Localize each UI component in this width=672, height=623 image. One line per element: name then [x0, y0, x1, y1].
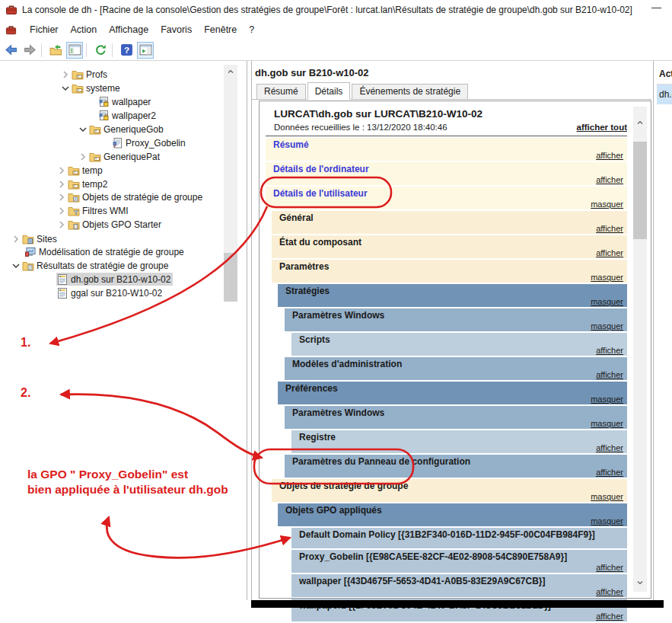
- chevron-right-icon[interactable]: [59, 69, 72, 81]
- menu-bar: Fichier Action Affichage Favoris Fenêtre…: [0, 20, 672, 40]
- scrollbar-thumb[interactable]: [224, 253, 237, 302]
- tree-item-temp[interactable]: temp: [56, 164, 105, 177]
- show-all-link[interactable]: afficher tout: [577, 123, 627, 132]
- annotation-note-line1: la GPO " Proxy_Gobelin" est: [27, 467, 228, 482]
- chevron-right-icon[interactable]: [10, 233, 22, 245]
- show-console-tree-icon[interactable]: [66, 42, 83, 59]
- tree-item-generiquepat[interactable]: GeneriquePat: [77, 150, 162, 163]
- tree-item-label: Modélisation de stratégie de groupe: [37, 247, 186, 257]
- menu-aide[interactable]: ?: [243, 22, 260, 37]
- section-toggle-link[interactable]: masquer: [591, 419, 623, 428]
- section-title: Modèles d'administration: [285, 359, 621, 369]
- report-section-parametres: Paramètresmasquer: [272, 260, 627, 283]
- chevron-right-icon[interactable]: [56, 191, 68, 203]
- toolbar-separator: [41, 43, 42, 57]
- chevron-right-icon[interactable]: [56, 219, 68, 231]
- chevron-right-icon[interactable]: [56, 165, 68, 177]
- help-icon[interactable]: ?: [118, 42, 135, 59]
- scroll-up-icon[interactable]: [224, 65, 237, 78]
- tree-item-gpo-starter[interactable]: Objets GPO Starter: [56, 218, 164, 231]
- tree-scrollbar[interactable]: [224, 65, 237, 302]
- toolbar: ?: [0, 40, 672, 61]
- section-toggle-link[interactable]: afficher: [596, 612, 623, 621]
- section-title: Registre: [291, 432, 627, 442]
- tree-item-label: GeneriquePat: [101, 152, 162, 162]
- tree-item-filtres-wmi[interactable]: Filtres WMI: [56, 204, 131, 217]
- ou-folder-icon: [72, 69, 84, 81]
- section-toggle-link[interactable]: masquer: [591, 516, 623, 526]
- scroll-down-icon[interactable]: [633, 576, 647, 589]
- section-title: État du composant: [272, 237, 608, 248]
- section-toggle-link[interactable]: afficher: [596, 151, 623, 160]
- forward-icon[interactable]: [21, 42, 38, 59]
- tree-item-label: temp2: [80, 179, 110, 190]
- tree-item-dhgob-result[interactable]: dh.gob sur B210-w10-02: [56, 273, 173, 286]
- tab-evenements[interactable]: Événements de stratégie: [352, 84, 468, 100]
- tab-resume[interactable]: Résumé: [256, 84, 306, 100]
- tree-item-wallpaper[interactable]: wallpaper: [97, 95, 153, 108]
- section-toggle-link[interactable]: afficher: [596, 346, 623, 355]
- section-toggle-link[interactable]: masquer: [591, 273, 623, 282]
- section-toggle-link[interactable]: afficher: [596, 443, 623, 452]
- tree-item-label: Objets GPO Starter: [80, 219, 164, 230]
- section-toggle-link[interactable]: afficher: [596, 587, 623, 596]
- menu-favoris[interactable]: Favoris: [154, 22, 198, 37]
- minimize-button[interactable]: —: [651, 2, 661, 13]
- show-action-pane-icon[interactable]: [137, 42, 154, 59]
- menu-affichage[interactable]: Affichage: [103, 22, 154, 37]
- chevron-right-icon[interactable]: [77, 151, 89, 163]
- actions-pane-item[interactable]: dh.gob sur B210-w10-02: [657, 85, 672, 104]
- section-toggle-link[interactable]: afficher: [596, 224, 623, 233]
- section-toggle-link[interactable]: afficher: [596, 563, 623, 572]
- back-icon[interactable]: [2, 42, 19, 59]
- section-toggle-link[interactable]: afficher: [596, 370, 623, 379]
- tree-item-systeme[interactable]: systeme: [59, 81, 123, 94]
- export-list-icon[interactable]: [47, 42, 64, 59]
- section-toggle-link[interactable]: masquer: [591, 492, 623, 501]
- console-app-icon-small: [5, 24, 17, 36]
- ou-folder-icon: [68, 165, 80, 177]
- section-toggle-link[interactable]: masquer: [591, 395, 623, 404]
- chevron-right-icon[interactable]: [56, 178, 68, 190]
- annotation-marker-1: 1.: [21, 336, 30, 350]
- tree-item-sites[interactable]: Sites: [10, 232, 59, 245]
- scroll-up-icon[interactable]: [633, 116, 647, 129]
- gpo-name: wallpaper [{43D4675F-5653-4D41-A0B5-83E2…: [291, 576, 627, 586]
- menu-action[interactable]: Action: [65, 22, 104, 37]
- section-toggle-link[interactable]: masquer: [591, 200, 623, 209]
- tree-item-generiquegob[interactable]: GeneriqueGob: [77, 123, 166, 136]
- report-scrollbar[interactable]: [633, 107, 647, 592]
- chevron-down-icon[interactable]: [77, 123, 89, 136]
- chevron-down-icon[interactable]: [10, 260, 22, 272]
- tree-item-modelisation[interactable]: Modélisation de stratégie de groupe: [24, 245, 186, 258]
- report-section-etat-composant: État du composantafficher: [272, 235, 627, 258]
- tree-item-label: ggal sur B210-W10-02: [68, 288, 164, 299]
- section-toggle-link[interactable]: masquer: [591, 321, 623, 331]
- menu-fenetre[interactable]: Fenêtre: [198, 22, 243, 37]
- pane-divider[interactable]: [247, 61, 252, 600]
- ou-folder-icon: [89, 151, 101, 163]
- chevron-right-icon[interactable]: [56, 205, 68, 217]
- section-toggle-link[interactable]: masquer: [591, 297, 623, 306]
- window-bottom-bar: [251, 600, 664, 608]
- menu-fichier[interactable]: Fichier: [24, 22, 65, 37]
- section-title: Paramètres: [272, 261, 608, 272]
- svg-text:?: ?: [123, 45, 129, 55]
- tab-details[interactable]: Détails: [307, 82, 351, 100]
- chevron-down-icon[interactable]: [59, 82, 72, 94]
- tree-item-proxy-gobelin[interactable]: Proxy_Gobelin: [111, 136, 188, 149]
- tree-item-objets-strategie[interactable]: Objets de stratégie de groupe: [56, 190, 205, 203]
- section-title: Résumé: [266, 139, 602, 150]
- section-toggle-link[interactable]: afficher: [596, 468, 623, 477]
- tree-item-profs[interactable]: Profs: [59, 68, 110, 81]
- tree-item-wallpaper2[interactable]: wallpaper2: [97, 109, 158, 122]
- ou-folder-icon: [68, 178, 80, 190]
- section-toggle-link[interactable]: afficher: [596, 248, 623, 257]
- tree-item-ggal-result[interactable]: ggal sur B210-W10-02: [56, 286, 164, 299]
- tree-item-resultats[interactable]: Résultats de stratégie de groupe: [10, 259, 170, 272]
- tree-item-temp2[interactable]: temp2: [56, 177, 110, 190]
- section-toggle-link[interactable]: afficher: [596, 175, 623, 184]
- refresh-icon[interactable]: [92, 42, 109, 59]
- toolbar-separator: [112, 43, 113, 57]
- scrollbar-thumb[interactable]: [633, 142, 647, 239]
